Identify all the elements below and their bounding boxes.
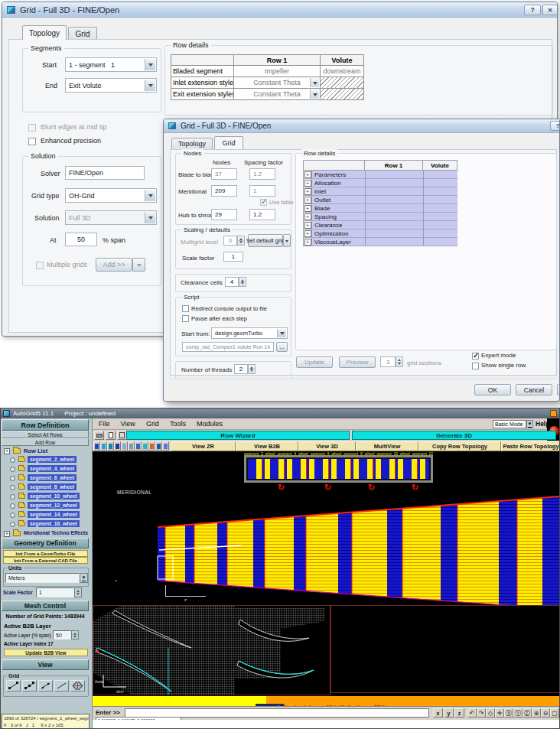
rotate-y-icon[interactable]: Ⓨ [513,708,523,718]
row-viscouslayer[interactable]: ViscousLayer [312,238,457,246]
solver-input[interactable]: FINE/Open [65,166,145,180]
expand-icon[interactable] [304,204,312,213]
tree-item-segment[interactable]: segment_4_wheel [28,465,77,472]
menu-tools[interactable]: Tools [170,420,186,428]
tree-node-icon[interactable] [10,457,15,463]
axis-y-button[interactable]: y [444,708,454,718]
toolbar-icon[interactable] [155,441,162,451]
update-b2b-button[interactable]: Update B2B View [4,649,88,656]
add-row-button[interactable]: Add Row [2,438,89,446]
end-select[interactable]: Exit Volute [65,78,157,93]
row-outlet[interactable]: Outlet [312,196,457,204]
tree-node-icon[interactable] [10,503,15,509]
expand-icon[interactable] [4,531,10,537]
ok-button[interactable]: OK [474,384,511,395]
grid-type-select[interactable]: OH-Grid [65,188,157,203]
tree-node-icon[interactable] [10,494,15,500]
tree-item-segment[interactable]: segment_12_wheel [28,502,80,509]
mode-select[interactable]: Basic Mode [493,420,526,428]
tree-node-icon[interactable] [10,513,15,518]
expand-icon[interactable] [304,221,312,229]
span-input[interactable]: 50 [65,233,97,246]
tree-item-segment[interactable]: segment_6_wheel [28,474,77,481]
rotate-x-icon[interactable]: Ⓧ [504,708,513,718]
show-single-row-checkbox[interactable] [472,363,479,369]
tree-item-segment[interactable]: segment_8_wheel [28,483,77,490]
expand-icon[interactable] [304,187,312,196]
init-geomturbo-button[interactable]: Init From a GeomTurbo File [3,550,88,557]
enhanced-precision-checkbox[interactable] [28,138,36,145]
exit-extension-select[interactable]: Constant Theta [234,89,321,100]
expand-icon[interactable] [304,171,312,179]
rotate-z-icon[interactable]: Ⓩ [523,708,532,718]
toolbar-icon[interactable] [128,441,135,451]
zoom-out-icon[interactable]: ⊖ [541,708,550,718]
tree-node-icon[interactable] [10,467,15,472]
menu-grid[interactable]: Grid [146,420,159,428]
tree-node-icon[interactable] [10,522,15,527]
select-all-rows-button[interactable]: Select All Rows [2,431,89,438]
row-blade[interactable]: Blade [312,204,457,213]
view-3d-button[interactable]: View 3D [298,441,356,451]
hub-to-shroud-nodes-input[interactable]: 29 [211,209,237,220]
pan-icon[interactable]: ✛ [495,708,504,718]
row-spacing[interactable]: Spacing [312,213,457,221]
meridional-viewport[interactable]: segment_2_wheel segment_4_wheel segment_… [93,451,560,696]
tab-grid[interactable]: Grid [68,27,97,40]
b2b-viewport[interactable]: theta dm/r [93,605,330,695]
generate-3d-button[interactable]: Generate 3D [352,431,556,440]
secondary-viewport[interactable] [330,605,560,693]
units-select[interactable]: Meters [5,573,80,583]
tab-topology[interactable]: Topology [22,25,67,40]
menu-file[interactable]: File [99,420,110,428]
grid-style-button[interactable] [70,680,85,692]
fit-view-icon[interactable]: ▢ [550,708,559,718]
axis-z-button[interactable]: z [454,708,464,718]
meridional-effects-node[interactable]: Meridional Techno Effects [24,530,88,535]
set-default-dropdown-button[interactable] [283,234,291,247]
redirect-console-checkbox[interactable] [182,305,189,312]
multiple-grids-checkbox[interactable] [36,262,44,269]
undo-view-icon[interactable]: ↶ [467,708,477,718]
clearance-cells-input[interactable]: 4 [225,277,239,287]
segment-strip-widget[interactable] [244,455,433,483]
update-button[interactable]: Update [296,356,333,368]
clearance-spinner[interactable] [239,277,246,287]
view-b2b-button[interactable]: View B2B [236,441,298,451]
menu-modules[interactable]: Modules [197,420,223,428]
tab-grid[interactable]: Grid [214,136,243,149]
center-view-icon[interactable]: ◇ [486,708,495,718]
expand-icon[interactable] [304,179,312,187]
tree-item-segment[interactable]: segment_10_wheel [28,493,80,500]
row-parameters[interactable]: Parameters [312,171,457,179]
toolbar-icon[interactable] [121,441,128,451]
toolbar-icon[interactable] [148,441,155,451]
set-default-grid-button[interactable]: Set default grid [248,234,283,247]
row-allocation[interactable]: Allocation [312,179,457,187]
grid-style-button[interactable] [6,680,21,692]
threads-input[interactable]: 2 [234,364,248,374]
help-button-partial[interactable] [557,384,560,395]
cancel-button[interactable]: Cancel [516,384,552,395]
scale-factor-input[interactable]: 1 [36,587,74,597]
tree-node-icon[interactable] [10,485,15,490]
copy-row-topology-button[interactable]: Copy Row Topology [418,441,501,451]
expand-icon[interactable] [304,196,312,204]
tree-item-segment[interactable]: segment_14_wheel [28,511,80,518]
blunt-edges-checkbox[interactable] [28,124,36,132]
new-file-icon[interactable] [106,431,116,440]
start-select[interactable]: 1 - segment 1 [65,57,157,72]
start-from-select[interactable]: design.geomTurbo [211,327,288,339]
preview-button[interactable]: Preview [339,356,376,368]
help-button[interactable]: ? [550,121,560,131]
row-list-node[interactable]: Row List [24,447,47,454]
active-layer-spinner[interactable] [71,630,79,640]
toolbar-icon[interactable] [100,441,107,451]
menu-view[interactable]: View [121,420,135,428]
expand-icon[interactable] [304,213,312,221]
active-layer-input[interactable]: 50 [53,630,71,640]
grid-style-button[interactable] [54,680,69,692]
help-button[interactable]: ? [524,5,541,15]
minimize-button[interactable] [550,410,557,417]
paste-row-topology-button[interactable]: Paste Row Topology [501,441,560,451]
